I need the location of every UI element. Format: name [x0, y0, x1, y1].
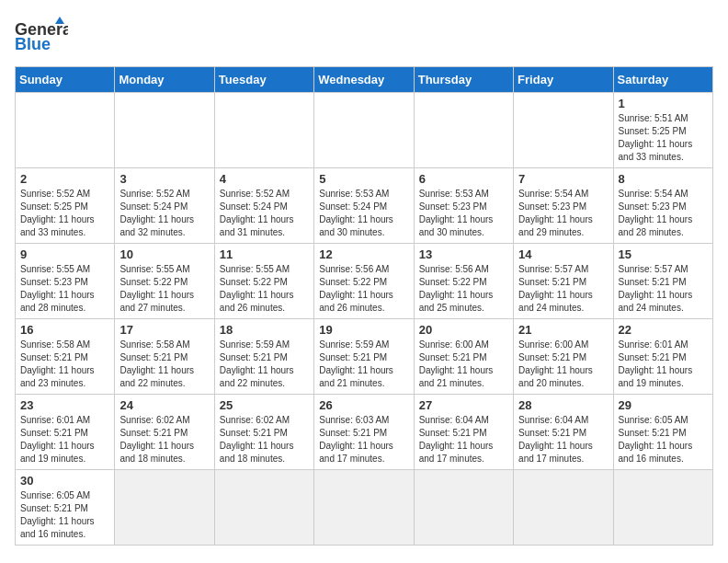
day-number: 8 [619, 172, 708, 186]
day-number: 21 [518, 323, 608, 337]
day-number: 27 [419, 398, 508, 412]
day-number: 3 [119, 172, 209, 186]
calendar-table: SundayMondayTuesdayWednesdayThursdayFrid… [15, 66, 713, 546]
day-info: Sunrise: 6:01 AMSunset: 5:21 PMDaylight:… [619, 339, 708, 390]
day-info: Sunrise: 5:57 AMSunset: 5:21 PMDaylight:… [518, 263, 608, 315]
day-cell: 14Sunrise: 5:57 AMSunset: 5:21 PMDayligh… [514, 244, 613, 319]
day-cell: 2Sunrise: 5:52 AMSunset: 5:25 PMDaylight… [16, 168, 115, 244]
day-info: Sunrise: 6:05 AMSunset: 5:21 PMDaylight:… [20, 489, 109, 541]
day-info: Sunrise: 5:53 AMSunset: 5:23 PMDaylight:… [419, 188, 508, 239]
day-cell: 10Sunrise: 5:55 AMSunset: 5:22 PMDayligh… [115, 244, 214, 319]
day-cell: 4Sunrise: 5:52 AMSunset: 5:24 PMDaylight… [214, 168, 313, 244]
day-info: Sunrise: 5:57 AMSunset: 5:21 PMDaylight:… [619, 263, 708, 315]
day-info: Sunrise: 6:03 AMSunset: 5:21 PMDaylight:… [319, 414, 408, 465]
weekday-header-saturday: Saturday [613, 67, 712, 93]
day-number: 10 [119, 247, 209, 261]
day-cell [514, 93, 613, 168]
day-cell [214, 470, 313, 546]
day-number: 9 [20, 247, 109, 261]
day-cell: 7Sunrise: 5:54 AMSunset: 5:23 PMDaylight… [514, 168, 613, 244]
day-number: 25 [220, 398, 309, 412]
day-cell [314, 470, 414, 546]
day-number: 24 [119, 398, 209, 412]
day-number: 13 [419, 247, 508, 261]
day-number: 6 [419, 172, 508, 186]
week-row-4: 16Sunrise: 5:58 AMSunset: 5:21 PMDayligh… [16, 319, 713, 395]
day-cell [115, 93, 214, 168]
day-info: Sunrise: 5:53 AMSunset: 5:24 PMDaylight:… [319, 188, 408, 239]
day-cell: 30Sunrise: 6:05 AMSunset: 5:21 PMDayligh… [16, 470, 115, 546]
weekday-header-friday: Friday [514, 67, 613, 93]
day-number: 4 [220, 172, 309, 186]
day-cell: 9Sunrise: 5:55 AMSunset: 5:23 PMDaylight… [16, 244, 115, 319]
week-row-1: 1Sunrise: 5:51 AMSunset: 5:25 PMDaylight… [16, 93, 713, 168]
weekday-header-tuesday: Tuesday [214, 67, 313, 93]
day-cell: 20Sunrise: 6:00 AMSunset: 5:21 PMDayligh… [414, 319, 513, 395]
day-info: Sunrise: 6:02 AMSunset: 5:21 PMDaylight:… [220, 414, 309, 465]
day-cell: 8Sunrise: 5:54 AMSunset: 5:23 PMDaylight… [613, 168, 712, 244]
day-info: Sunrise: 5:59 AMSunset: 5:21 PMDaylight:… [319, 339, 408, 390]
day-info: Sunrise: 5:59 AMSunset: 5:21 PMDaylight:… [220, 339, 309, 390]
day-info: Sunrise: 6:00 AMSunset: 5:21 PMDaylight:… [518, 339, 608, 390]
day-cell [414, 93, 513, 168]
week-row-6: 30Sunrise: 6:05 AMSunset: 5:21 PMDayligh… [16, 470, 713, 546]
day-cell: 13Sunrise: 5:56 AMSunset: 5:22 PMDayligh… [414, 244, 513, 319]
day-number: 23 [20, 398, 109, 412]
day-info: Sunrise: 5:52 AMSunset: 5:24 PMDaylight:… [119, 188, 209, 239]
day-info: Sunrise: 5:55 AMSunset: 5:22 PMDaylight:… [119, 263, 209, 315]
day-cell: 3Sunrise: 5:52 AMSunset: 5:24 PMDaylight… [115, 168, 214, 244]
day-number: 2 [20, 172, 109, 186]
day-info: Sunrise: 5:52 AMSunset: 5:24 PMDaylight:… [220, 188, 309, 239]
day-number: 17 [119, 323, 209, 337]
day-cell: 26Sunrise: 6:03 AMSunset: 5:21 PMDayligh… [314, 395, 414, 470]
day-cell [514, 470, 613, 546]
day-cell: 24Sunrise: 6:02 AMSunset: 5:21 PMDayligh… [115, 395, 214, 470]
page-container: General Blue SundayMondayTuesdayWednesda… [15, 15, 713, 546]
day-cell [16, 93, 115, 168]
day-number: 20 [419, 323, 508, 337]
week-row-2: 2Sunrise: 5:52 AMSunset: 5:25 PMDaylight… [16, 168, 713, 244]
day-number: 26 [319, 398, 408, 412]
day-cell: 28Sunrise: 6:04 AMSunset: 5:21 PMDayligh… [514, 395, 613, 470]
day-cell [414, 470, 513, 546]
weekday-header-monday: Monday [115, 67, 214, 93]
day-cell: 1Sunrise: 5:51 AMSunset: 5:25 PMDaylight… [613, 93, 712, 168]
day-number: 29 [619, 398, 708, 412]
day-number: 19 [319, 323, 408, 337]
day-cell: 21Sunrise: 6:00 AMSunset: 5:21 PMDayligh… [514, 319, 613, 395]
day-info: Sunrise: 5:56 AMSunset: 5:22 PMDaylight:… [419, 263, 508, 315]
day-info: Sunrise: 5:56 AMSunset: 5:22 PMDaylight:… [319, 263, 408, 315]
day-number: 5 [319, 172, 408, 186]
day-cell: 6Sunrise: 5:53 AMSunset: 5:23 PMDaylight… [414, 168, 513, 244]
day-number: 22 [619, 323, 708, 337]
logo-area: General Blue [15, 15, 68, 57]
weekday-header-sunday: Sunday [16, 67, 115, 93]
day-info: Sunrise: 5:51 AMSunset: 5:25 PMDaylight:… [619, 112, 708, 164]
day-info: Sunrise: 5:52 AMSunset: 5:25 PMDaylight:… [20, 188, 109, 239]
day-info: Sunrise: 5:55 AMSunset: 5:22 PMDaylight:… [220, 263, 309, 315]
day-info: Sunrise: 6:00 AMSunset: 5:21 PMDaylight:… [419, 339, 508, 390]
day-number: 18 [220, 323, 309, 337]
header: General Blue [15, 15, 713, 57]
weekday-header-row: SundayMondayTuesdayWednesdayThursdayFrid… [16, 67, 713, 93]
day-cell: 15Sunrise: 5:57 AMSunset: 5:21 PMDayligh… [613, 244, 712, 319]
day-cell: 17Sunrise: 5:58 AMSunset: 5:21 PMDayligh… [115, 319, 214, 395]
day-number: 15 [619, 247, 708, 261]
day-number: 7 [518, 172, 608, 186]
day-cell: 11Sunrise: 5:55 AMSunset: 5:22 PMDayligh… [214, 244, 313, 319]
day-cell: 18Sunrise: 5:59 AMSunset: 5:21 PMDayligh… [214, 319, 313, 395]
logo-icon: General Blue [15, 15, 68, 57]
week-row-3: 9Sunrise: 5:55 AMSunset: 5:23 PMDaylight… [16, 244, 713, 319]
day-cell: 22Sunrise: 6:01 AMSunset: 5:21 PMDayligh… [613, 319, 712, 395]
day-info: Sunrise: 6:05 AMSunset: 5:21 PMDaylight:… [619, 414, 708, 465]
day-info: Sunrise: 5:55 AMSunset: 5:23 PMDaylight:… [20, 263, 109, 315]
day-info: Sunrise: 5:58 AMSunset: 5:21 PMDaylight:… [119, 339, 209, 390]
day-cell: 27Sunrise: 6:04 AMSunset: 5:21 PMDayligh… [414, 395, 513, 470]
day-number: 30 [20, 474, 109, 488]
day-info: Sunrise: 6:04 AMSunset: 5:21 PMDaylight:… [518, 414, 608, 465]
day-cell [314, 93, 414, 168]
day-number: 1 [619, 97, 708, 110]
day-info: Sunrise: 5:54 AMSunset: 5:23 PMDaylight:… [619, 188, 708, 239]
day-cell: 16Sunrise: 5:58 AMSunset: 5:21 PMDayligh… [16, 319, 115, 395]
week-row-5: 23Sunrise: 6:01 AMSunset: 5:21 PMDayligh… [16, 395, 713, 470]
